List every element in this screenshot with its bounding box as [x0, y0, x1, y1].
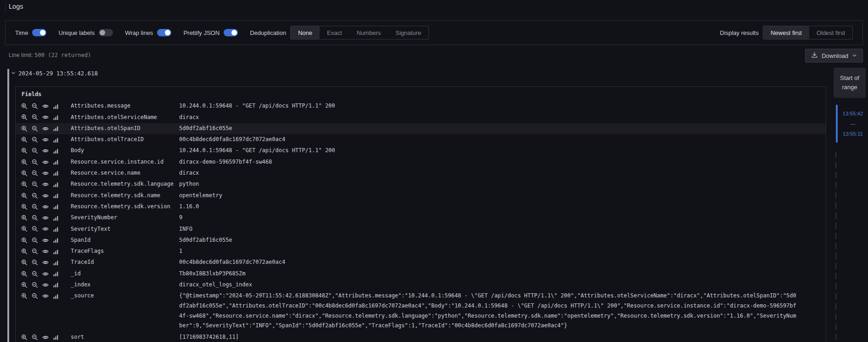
field-name: Resource.service.instance.id: [71, 157, 179, 167]
eye-icon[interactable]: [42, 103, 49, 109]
eye-icon[interactable]: [42, 248, 49, 255]
search-minus-icon[interactable]: [32, 226, 38, 232]
stats-icon[interactable]: [53, 193, 59, 199]
search-plus-icon[interactable]: [21, 293, 28, 299]
search-plus-icon[interactable]: [21, 226, 28, 232]
search-plus-icon[interactable]: [21, 248, 28, 255]
search-plus-icon[interactable]: [21, 271, 28, 277]
prettify-json-toggle[interactable]: [224, 29, 238, 36]
stats-icon[interactable]: [53, 170, 59, 177]
search-minus-icon[interactable]: [32, 137, 38, 143]
eye-icon[interactable]: [42, 334, 49, 341]
search-minus-icon[interactable]: [32, 293, 38, 299]
search-minus-icon[interactable]: [32, 215, 38, 221]
eye-icon[interactable]: [42, 259, 49, 266]
search-minus-icon[interactable]: [32, 159, 38, 165]
stats-icon[interactable]: [53, 181, 59, 188]
search-minus-icon[interactable]: [32, 170, 38, 177]
display-results-label: Display results: [720, 29, 759, 36]
eye-icon[interactable]: [42, 137, 49, 143]
field-value: 00c4b8dec6d0fa8c1697dc7072ae0ac4: [179, 135, 798, 145]
search-plus-icon[interactable]: [21, 237, 28, 244]
download-icon: [811, 51, 818, 60]
stats-icon[interactable]: [53, 226, 59, 232]
field-name: _id: [71, 269, 179, 279]
stats-icon[interactable]: [53, 103, 59, 109]
eye-icon[interactable]: [42, 215, 49, 221]
search-plus-icon[interactable]: [21, 204, 28, 210]
eye-icon[interactable]: [42, 159, 49, 165]
dedup-option-none[interactable]: None: [291, 26, 320, 39]
eye-icon[interactable]: [42, 114, 49, 120]
eye-icon[interactable]: [42, 170, 49, 177]
display-option-newest-first[interactable]: Newest first: [763, 26, 809, 39]
stats-icon[interactable]: [53, 215, 59, 221]
search-minus-icon[interactable]: [32, 193, 38, 199]
search-minus-icon[interactable]: [32, 237, 38, 244]
eye-icon[interactable]: [42, 125, 49, 132]
eye-icon[interactable]: [42, 193, 49, 199]
field-row-actions: [21, 246, 71, 256]
search-plus-icon[interactable]: [21, 170, 28, 177]
log-row-header[interactable]: 2024-05-29 13:55:42.618: [11, 69, 98, 77]
stats-icon[interactable]: [53, 259, 59, 266]
stats-icon[interactable]: [53, 137, 59, 143]
dedup-option-signature[interactable]: Signature: [388, 26, 428, 39]
stats-icon[interactable]: [53, 271, 59, 277]
stats-icon[interactable]: [53, 293, 59, 299]
time-toggle[interactable]: [32, 29, 46, 36]
search-plus-icon[interactable]: [21, 137, 28, 143]
search-minus-icon[interactable]: [32, 103, 38, 109]
field-row-actions: [21, 280, 71, 290]
search-plus-icon[interactable]: [21, 259, 28, 266]
field-row-actions: [21, 124, 71, 134]
search-plus-icon[interactable]: [21, 159, 28, 165]
search-minus-icon[interactable]: [32, 148, 38, 154]
search-plus-icon[interactable]: [21, 215, 28, 221]
dedup-option-exact[interactable]: Exact: [320, 26, 349, 39]
search-plus-icon[interactable]: [21, 282, 28, 288]
search-minus-icon[interactable]: [32, 259, 38, 266]
stats-icon[interactable]: [53, 248, 59, 255]
search-minus-icon[interactable]: [32, 248, 38, 255]
search-minus-icon[interactable]: [32, 114, 38, 120]
stats-icon[interactable]: [53, 114, 59, 120]
stats-icon[interactable]: [53, 159, 59, 165]
search-plus-icon[interactable]: [21, 103, 28, 109]
eye-icon[interactable]: [42, 237, 49, 244]
stats-icon[interactable]: [53, 282, 59, 288]
search-minus-icon[interactable]: [32, 125, 38, 132]
eye-icon[interactable]: [42, 181, 49, 188]
stats-icon[interactable]: [53, 125, 59, 132]
search-plus-icon[interactable]: [21, 114, 28, 120]
search-minus-icon[interactable]: [32, 204, 38, 210]
eye-icon[interactable]: [42, 271, 49, 277]
eye-icon[interactable]: [42, 293, 49, 299]
stats-icon[interactable]: [53, 148, 59, 154]
search-plus-icon[interactable]: [21, 334, 28, 341]
dedup-option-numbers[interactable]: Numbers: [349, 26, 389, 39]
wrap-lines-toggle[interactable]: [157, 29, 171, 36]
field-value: {"@timestamp":"2024-05-29T11:55:42.61883…: [179, 291, 798, 331]
unique-labels-toggle[interactable]: [99, 29, 113, 36]
search-plus-icon[interactable]: [21, 125, 28, 132]
field-value: 00c4b8dec6d0fa8c1697dc7072ae0ac4: [179, 257, 798, 268]
stats-icon[interactable]: [53, 237, 59, 244]
search-plus-icon[interactable]: [21, 148, 28, 154]
eye-icon[interactable]: [42, 282, 49, 288]
field-row-actions: [21, 168, 71, 178]
stats-icon[interactable]: [53, 334, 59, 341]
search-minus-icon[interactable]: [32, 271, 38, 277]
display-option-oldest-first[interactable]: Oldest first: [809, 26, 852, 39]
eye-icon[interactable]: [42, 148, 49, 154]
stats-icon[interactable]: [53, 204, 59, 210]
search-minus-icon[interactable]: [32, 334, 38, 341]
download-button[interactable]: Download: [805, 49, 863, 63]
eye-icon[interactable]: [42, 204, 49, 210]
eye-icon[interactable]: [42, 226, 49, 232]
search-plus-icon[interactable]: [21, 193, 28, 199]
search-minus-icon[interactable]: [32, 181, 38, 188]
search-minus-icon[interactable]: [32, 282, 38, 288]
search-plus-icon[interactable]: [21, 181, 28, 188]
field-value: 10.244.0.1:59648 - "GET /api/docs HTTP/1…: [179, 146, 798, 156]
